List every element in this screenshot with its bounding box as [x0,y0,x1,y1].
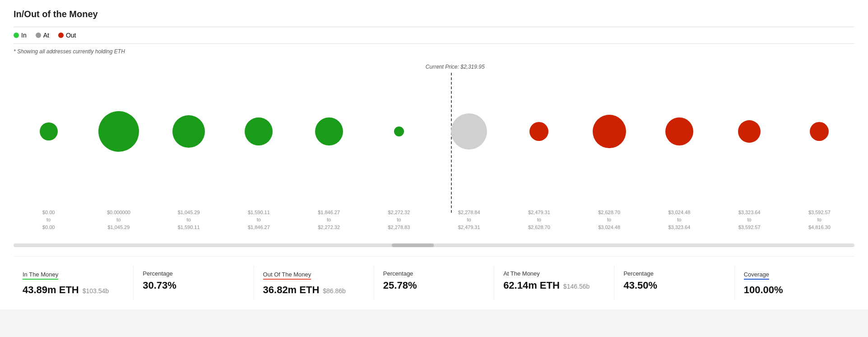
stat-coverage-label: Coverage [744,271,769,280]
bubble-3 [172,115,205,148]
label-col-6: $2,272.32 to $2,278.83 [364,209,434,231]
page-title: In/Out of the Money [14,9,854,19]
stat-out-pct-value: 25.78% [383,280,417,291]
stats-section: In The Money 43.89m ETH $103.54b Percent… [14,256,854,300]
bubble-11 [738,120,761,143]
stat-in-main: 43.89m ETH [23,284,79,296]
stat-coverage-row: 100.00% [744,284,845,296]
legend-at: At [36,32,49,39]
legend-in: In [14,32,27,39]
stat-in-label: In The Money [23,271,58,280]
stat-at-main: 62.14m ETH [503,280,560,291]
legend-in-label: In [21,32,27,39]
bubble-col-4 [224,86,294,177]
bubble-4 [245,117,273,145]
stat-at-pct-value: 43.50% [623,280,657,291]
bubble-8 [529,122,548,141]
label-col-7: $2,278.84 to $2,479.31 [434,209,504,231]
stat-out-main: 36.82m ETH [263,284,320,296]
note-text: * Showing all addresses currently holdin… [14,48,854,55]
label-col-12: $3,592.57 to $4,816.30 [784,209,854,231]
label-col-1: $0.00 to $0.00 [14,209,84,231]
labels-row: $0.00 to $0.00 $0.000000 to $1,045.29 $1… [14,209,854,231]
bubble-col-1 [14,86,84,177]
bubble-7 [451,113,487,150]
stat-at-label: At The Money [503,270,605,277]
bubble-9 [593,115,626,148]
legend-out-dot [58,33,64,38]
legend-in-dot [14,33,19,38]
stat-at-pct-row: 43.50% [623,280,725,291]
bubble-col-5 [294,86,364,177]
stat-in-sub: $103.54b [83,287,109,295]
bubble-5 [315,117,343,145]
bubble-col-12 [784,86,854,177]
label-col-9: $2,628.70 to $3,024.48 [574,209,644,231]
legend: In At Out [14,27,854,44]
stat-out-label: Out Of The Money [263,271,311,280]
stat-at-pct: Percentage 43.50% [614,266,734,300]
main-container: In/Out of the Money In At Out * Showing … [0,0,868,309]
legend-at-label: At [43,32,49,39]
stat-out-value-row: 36.82m ETH $86.86b [263,284,365,296]
label-col-3: $1,045.29 to $1,590.11 [154,209,224,231]
stat-out-pct-row: 25.78% [383,280,485,291]
stat-in-pct: Percentage 30.73% [134,266,254,300]
bubbles-row [14,86,854,177]
stat-out-sub: $86.86b [323,287,346,295]
stat-at-pct-label: Percentage [623,270,725,277]
stat-at-sub: $146.56b [563,283,589,290]
scrollbar-thumb[interactable] [392,243,434,247]
bubble-col-6 [364,86,434,177]
chart-area: Current Price: $2,319.95 [14,59,854,240]
stat-at-the-money: At The Money 62.14m ETH $146.56b [494,266,614,300]
stat-out-pct: Percentage 25.78% [374,266,494,300]
bubble-col-7 [434,86,504,177]
bubble-col-11 [715,86,784,177]
label-col-8: $2,479.31 to $2,628.70 [504,209,574,231]
bubble-col-9 [574,86,644,177]
bubble-col-3 [154,86,224,177]
stat-out-pct-label: Percentage [383,270,485,277]
stat-out-the-money: Out Of The Money 36.82m ETH $86.86b [254,266,374,300]
stat-in-pct-label: Percentage [143,270,244,277]
legend-out-label: Out [66,32,76,39]
stat-in-value-row: 43.89m ETH $103.54b [23,284,124,296]
bubble-1 [40,122,58,140]
bubble-6 [394,126,404,136]
stat-coverage-value: 100.00% [744,284,783,296]
bubble-col-2 [84,86,153,177]
label-col-5: $1,846.27 to $2,272.32 [294,209,364,231]
chart-scrollbar[interactable] [14,243,854,247]
label-col-4: $1,590.11 to $1,846.27 [224,209,294,231]
label-col-2: $0.000000 to $1,045.29 [84,209,153,231]
legend-at-dot [36,33,41,38]
stat-coverage: Coverage 100.00% [735,266,854,300]
stat-at-value-row: 62.14m ETH $146.56b [503,280,605,291]
bubble-10 [665,117,693,145]
legend-out: Out [58,32,76,39]
bubble-col-8 [504,86,574,177]
bubble-2 [98,111,139,152]
label-col-10: $3,024.48 to $3,323.64 [644,209,714,231]
stat-in-the-money: In The Money 43.89m ETH $103.54b [14,266,134,300]
current-price-label: Current Price: $2,319.95 [426,64,485,70]
bubble-col-10 [644,86,714,177]
stat-in-pct-value: 30.73% [143,280,176,291]
stat-in-pct-row: 30.73% [143,280,244,291]
bubble-12 [810,122,829,141]
label-col-11: $3,323.64 to $3,592.57 [715,209,784,231]
